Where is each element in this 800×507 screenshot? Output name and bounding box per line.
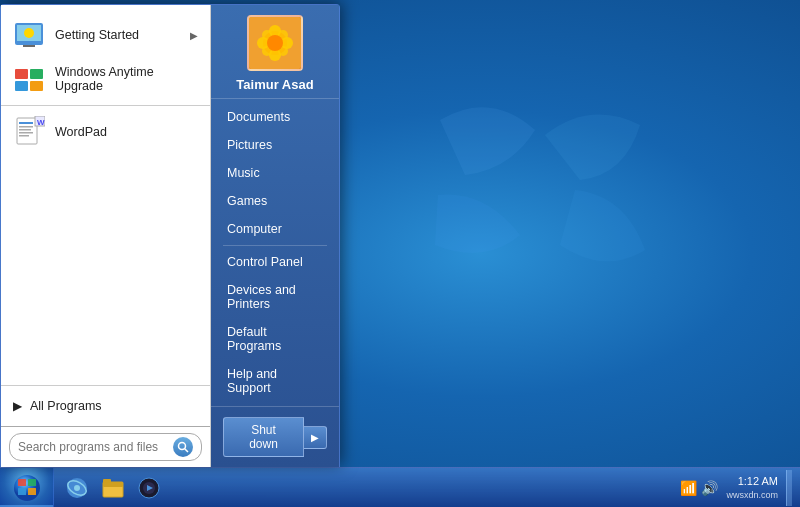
svg-point-43 <box>74 485 80 491</box>
search-input-wrap <box>9 433 202 461</box>
getting-started-icon <box>13 19 45 51</box>
svg-rect-38 <box>28 479 36 486</box>
start-button[interactable] <box>0 468 54 508</box>
right-item-games-label: Games <box>227 194 267 208</box>
clock-date: wwsxdn.com <box>726 489 778 502</box>
user-avatar-image <box>249 17 301 69</box>
user-area: Taimur Asad <box>211 5 339 98</box>
volume-icon[interactable]: 🔊 <box>701 480 718 496</box>
clock-time: 1:12 AM <box>726 474 778 489</box>
svg-rect-13 <box>15 81 28 91</box>
network-icon[interactable]: 📶 <box>680 480 697 496</box>
windows-upgrade-icon <box>13 63 45 95</box>
taskbar-ie-icon[interactable] <box>60 471 94 505</box>
right-item-help-support-label: Help and Support <box>227 367 323 395</box>
right-item-computer-label: Computer <box>227 222 282 236</box>
svg-rect-14 <box>30 81 43 91</box>
menu-item-wordpad[interactable]: W WordPad <box>1 110 210 154</box>
show-desktop-button[interactable] <box>786 470 792 506</box>
shutdown-arrow-button[interactable]: ▶ <box>304 426 327 449</box>
right-item-games[interactable]: Games <box>211 187 339 215</box>
right-item-devices-printers-label: Devices and Printers <box>227 283 323 311</box>
svg-rect-46 <box>103 479 111 483</box>
system-tray: 📶 🔊 <box>680 480 718 496</box>
taskbar-media-player-icon[interactable] <box>132 471 166 505</box>
right-item-pictures-label: Pictures <box>227 138 272 152</box>
svg-rect-12 <box>30 69 43 79</box>
svg-rect-11 <box>15 69 28 79</box>
start-menu-all-programs: ▶ All Programs <box>1 385 210 426</box>
getting-started-label: Getting Started <box>55 28 180 42</box>
right-item-documents-label: Documents <box>227 110 290 124</box>
svg-rect-10 <box>23 45 35 47</box>
taskbar-icons <box>54 471 172 505</box>
wordpad-label: WordPad <box>55 125 198 139</box>
right-item-default-programs-label: Default Programs <box>227 325 323 353</box>
right-item-control-panel[interactable]: Control Panel <box>211 248 339 276</box>
taskbar-explorer-icon[interactable] <box>96 471 130 505</box>
search-button[interactable] <box>173 437 193 457</box>
menu-item-windows-upgrade[interactable]: Windows Anytime Upgrade <box>1 57 210 101</box>
search-input[interactable] <box>18 440 173 454</box>
start-menu-body: Getting Started ▶ <box>1 5 339 467</box>
svg-rect-19 <box>19 132 33 134</box>
svg-rect-37 <box>18 479 26 486</box>
right-item-default-programs[interactable]: Default Programs <box>211 318 339 360</box>
taskbar: 📶 🔊 1:12 AM wwsxdn.com <box>0 467 800 507</box>
shutdown-bar: Shut down ▶ <box>211 411 339 463</box>
desktop-windows-logo <box>430 80 650 300</box>
clock[interactable]: 1:12 AM wwsxdn.com <box>726 474 778 502</box>
taskbar-right: 📶 🔊 1:12 AM wwsxdn.com <box>680 470 800 506</box>
right-item-control-panel-label: Control Panel <box>227 255 303 269</box>
right-item-devices-printers[interactable]: Devices and Printers <box>211 276 339 318</box>
svg-point-36 <box>14 475 40 501</box>
windows-upgrade-label: Windows Anytime Upgrade <box>55 65 198 93</box>
right-separator <box>223 245 327 246</box>
right-item-help-support[interactable]: Help and Support <box>211 360 339 402</box>
svg-rect-20 <box>19 135 29 137</box>
right-item-documents[interactable]: Documents <box>211 103 339 131</box>
all-programs-label: All Programs <box>30 399 102 413</box>
desktop: ♻ Recycle Bin <box>0 0 800 507</box>
user-avatar <box>247 15 303 71</box>
right-item-music[interactable]: Music <box>211 159 339 187</box>
start-menu: Getting Started ▶ <box>0 4 340 467</box>
right-item-computer[interactable]: Computer <box>211 215 339 243</box>
windows-orb-icon <box>12 474 42 502</box>
svg-rect-17 <box>19 126 33 128</box>
getting-started-arrow: ▶ <box>190 30 198 41</box>
shutdown-button[interactable]: Shut down <box>223 417 304 457</box>
user-name: Taimur Asad <box>236 77 313 92</box>
start-menu-pinned-list: Getting Started ▶ <box>1 5 210 385</box>
svg-line-24 <box>185 449 189 453</box>
svg-rect-18 <box>19 129 31 131</box>
right-menu-items: Documents Pictures Music Games Computer <box>211 98 339 406</box>
svg-point-23 <box>179 443 186 450</box>
svg-text:W: W <box>37 118 45 127</box>
start-menu-left-panel: Getting Started ▶ <box>1 5 211 467</box>
all-programs-item[interactable]: ▶ All Programs <box>1 392 210 420</box>
start-menu-right-panel: Taimur Asad Documents Pictures Music Gam… <box>211 5 339 467</box>
start-menu-right-bottom: Shut down ▶ <box>211 406 339 467</box>
svg-point-35 <box>267 35 283 51</box>
right-item-music-label: Music <box>227 166 260 180</box>
start-menu-search <box>1 426 210 467</box>
svg-rect-39 <box>18 488 26 495</box>
svg-point-9 <box>24 28 34 38</box>
svg-rect-16 <box>19 122 33 124</box>
svg-rect-15 <box>17 118 37 144</box>
svg-rect-40 <box>28 488 36 495</box>
menu-item-getting-started[interactable]: Getting Started ▶ <box>1 13 210 57</box>
menu-separator <box>1 105 210 106</box>
wordpad-icon: W <box>13 116 45 148</box>
search-icon <box>177 441 189 453</box>
all-programs-arrow: ▶ <box>13 399 22 413</box>
right-item-pictures[interactable]: Pictures <box>211 131 339 159</box>
